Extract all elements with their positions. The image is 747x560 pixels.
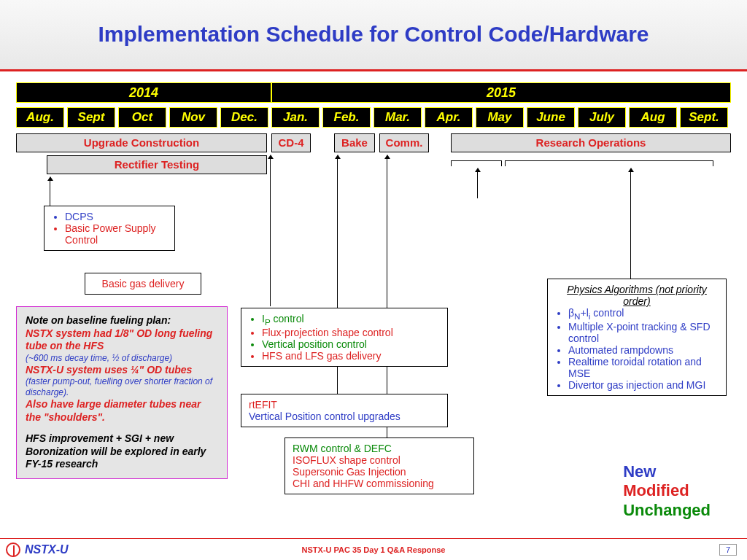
hfs-lfs: HFS and LFS gas delivery <box>262 350 440 362</box>
month-cell: Apr. <box>425 107 473 128</box>
rwm: RWM control & DEFC <box>293 443 466 454</box>
month-cell: Jan. <box>271 107 320 128</box>
phys-divertor: Divertor gas injection and MGI <box>568 379 719 391</box>
box-ip: IP control Flux-projection shape control… <box>241 308 448 367</box>
box-rwm: RWM control & DEFC ISOFLUX shape control… <box>285 438 474 494</box>
phase-comm: Comm. <box>379 133 429 152</box>
note-l1: NSTX system had 1/8" OD long fueling tub… <box>26 327 218 353</box>
vert-upg: Vertical Position control upgrades <box>249 411 440 422</box>
month-cell: Sept. <box>680 107 728 128</box>
note-l4: (faster pump-out, fuelling over shorter … <box>26 376 218 398</box>
month-cell: Oct <box>118 107 166 128</box>
month-row: Aug.SeptOctNovDec.Jan.Feb.Mar.Apr.MayJun… <box>16 107 728 128</box>
isoflux: ISOFLUX shape control <box>293 454 466 466</box>
footer: NSTX-U NSTX-U PAC 35 Day 1 Q&A Response <box>0 538 747 560</box>
box-dcps: DCPS Basic Power Supply Control <box>44 206 175 251</box>
arrow-ip <box>270 156 271 306</box>
box-rtefit: rtEFIT Vertical Position control upgrade… <box>241 394 448 427</box>
note-l2: (~600 ms decay time, ½ of discharge) <box>26 353 218 364</box>
chi: CHI and HHFW commissioning <box>293 478 466 489</box>
divider <box>0 69 747 71</box>
footer-center: NSTX-U PAC 35 Day 1 Q&A Response <box>302 545 446 554</box>
note-l3: NSTX-U system uses ¼" OD tubes <box>26 364 218 377</box>
arrow-br1 <box>477 169 478 198</box>
arrow-phys <box>630 169 631 279</box>
note-l5: Also have large diameter tubes near the … <box>26 398 218 424</box>
phys-beta: βN+li control <box>568 307 719 321</box>
legend-unch: Unchanged <box>623 501 711 520</box>
phase-bake: Bake <box>334 133 375 152</box>
legend: New Modified Unchanged <box>623 462 711 520</box>
phys-title: Physics Algorithms (not priority order) <box>555 284 719 307</box>
phase-upgrade: Upgrade Construction <box>16 133 267 152</box>
year-row: 2014 2015 <box>16 82 731 103</box>
month-cell: Dec. <box>220 107 268 128</box>
page-number: 7 <box>719 544 737 556</box>
month-cell: Aug. <box>16 107 64 128</box>
phase-research: Research Operations <box>451 133 731 152</box>
logo-icon <box>6 542 20 557</box>
rtefit: rtEFIT <box>249 399 440 411</box>
phys-ramp: Automated rampdowns <box>568 344 719 356</box>
note-title: Note on baseline fueling plan: <box>26 314 218 327</box>
flux-proj: Flux-projection shape control <box>262 327 440 338</box>
month-cell: Aug <box>629 107 677 128</box>
phase-rectifier: Rectifier Testing <box>47 155 267 174</box>
month-cell: July <box>578 107 626 128</box>
year-2014: 2014 <box>16 82 271 103</box>
note-l6: HFS improvement + SGI + new Boronization… <box>26 432 218 471</box>
box-gas: Basic gas delivery <box>85 273 201 295</box>
month-cell: June <box>527 107 575 128</box>
sgi: Supersonic Gas Injection <box>293 466 466 478</box>
legend-mod: Modified <box>623 481 711 500</box>
phys-rotation: Realtime toroidal rotation and MSE <box>568 356 719 379</box>
dcps-item: DCPS <box>65 211 167 222</box>
brace-2 <box>505 160 713 166</box>
month-cell: Feb. <box>322 107 371 128</box>
box-physics: Physics Algorithms (not priority order) … <box>547 279 727 396</box>
month-cell: Nov <box>169 107 217 128</box>
ip-control: IP control <box>262 313 440 327</box>
month-cell: May <box>476 107 524 128</box>
month-cell: Mar. <box>374 107 422 128</box>
bps-item: Basic Power Supply Control <box>65 222 167 246</box>
year-2015: 2015 <box>271 82 731 103</box>
vert-pos: Vertical position control <box>262 338 440 350</box>
phase-cd4: CD-4 <box>271 133 311 152</box>
legend-new: New <box>623 462 711 481</box>
arrow-dcps <box>50 178 50 206</box>
brand: NSTX-U <box>25 543 69 556</box>
phys-xpoint: Multiple X-point tracking & SFD control <box>568 321 719 344</box>
month-cell: Sept <box>67 107 115 128</box>
page-title: Implementation Schedule for Control Code… <box>0 22 747 47</box>
note-box: Note on baseline fueling plan: NSTX syst… <box>16 306 228 479</box>
